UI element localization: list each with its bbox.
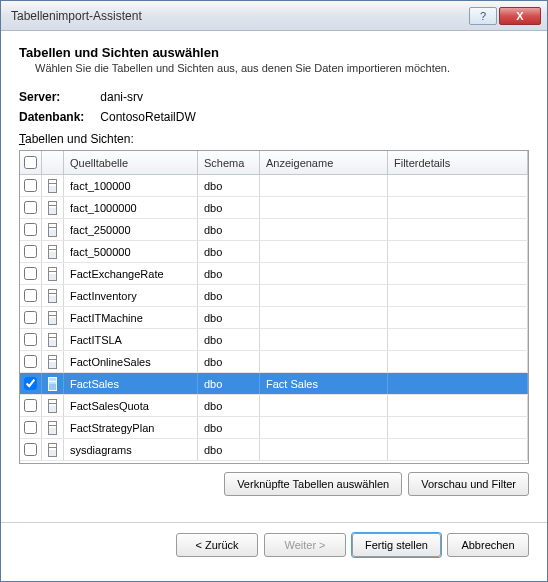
table-row[interactable]: FactSalesQuotadbo [20, 395, 528, 417]
row-filter [388, 439, 528, 460]
row-friendly [260, 175, 388, 196]
row-checkbox-cell [20, 417, 42, 438]
grid-header: Quelltabelle Schema Anzeigename Filterde… [20, 151, 528, 175]
row-schema: dbo [198, 417, 260, 438]
row-filter [388, 307, 528, 328]
row-source: sysdiagrams [64, 439, 198, 460]
row-icon-cell [42, 417, 64, 438]
table-icon [48, 399, 57, 413]
table-row[interactable]: fact_1000000dbo [20, 197, 528, 219]
row-checkbox[interactable] [24, 443, 37, 456]
row-schema: dbo [198, 197, 260, 218]
row-checkbox-cell [20, 329, 42, 350]
row-schema: dbo [198, 285, 260, 306]
header-friendly[interactable]: Anzeigename [260, 151, 388, 174]
row-schema: dbo [198, 373, 260, 394]
title-bar: Tabellenimport-Assistent ? X [1, 1, 547, 31]
header-icon-cell [42, 151, 64, 174]
row-checkbox[interactable] [24, 333, 37, 346]
table-row[interactable]: FactOnlineSalesdbo [20, 351, 528, 373]
tables-label: Tabellen und Sichten: [19, 132, 529, 146]
row-icon-cell [42, 395, 64, 416]
row-source: FactStrategyPlan [64, 417, 198, 438]
row-checkbox-cell [20, 241, 42, 262]
page-heading: Tabellen und Sichten auswählen [19, 45, 529, 60]
row-friendly [260, 219, 388, 240]
row-schema: dbo [198, 241, 260, 262]
row-checkbox-cell [20, 351, 42, 372]
table-icon [48, 443, 57, 457]
row-icon-cell [42, 373, 64, 394]
cancel-button[interactable]: Abbrechen [447, 533, 529, 557]
row-friendly [260, 439, 388, 460]
table-row[interactable]: fact_250000dbo [20, 219, 528, 241]
row-source: FactSalesQuota [64, 395, 198, 416]
row-icon-cell [42, 241, 64, 262]
row-checkbox[interactable] [24, 201, 37, 214]
grid-body[interactable]: fact_100000dbofact_1000000dbofact_250000… [20, 175, 528, 464]
row-checkbox[interactable] [24, 267, 37, 280]
header-schema[interactable]: Schema [198, 151, 260, 174]
grid-button-row: Verknüpfte Tabellen auswählen Vorschau u… [19, 472, 529, 496]
row-source: FactOnlineSales [64, 351, 198, 372]
database-value: ContosoRetailDW [100, 110, 195, 124]
table-icon [48, 267, 57, 281]
row-checkbox[interactable] [24, 399, 37, 412]
preview-filter-button[interactable]: Vorschau und Filter [408, 472, 529, 496]
row-friendly [260, 241, 388, 262]
row-checkbox[interactable] [24, 311, 37, 324]
table-icon [48, 289, 57, 303]
help-button[interactable]: ? [469, 7, 497, 25]
table-row[interactable]: fact_500000dbo [20, 241, 528, 263]
row-checkbox[interactable] [24, 245, 37, 258]
table-row[interactable]: FactInventorydbo [20, 285, 528, 307]
table-row[interactable]: FactExchangeRatedbo [20, 263, 528, 285]
row-filter [388, 417, 528, 438]
row-checkbox[interactable] [24, 289, 37, 302]
table-icon [48, 179, 57, 193]
row-checkbox-cell [20, 439, 42, 460]
table-row[interactable]: FactITSLAdbo [20, 329, 528, 351]
table-row[interactable]: sysdiagramsdbo [20, 439, 528, 461]
table-row[interactable]: fact_100000dbo [20, 175, 528, 197]
row-checkbox[interactable] [24, 179, 37, 192]
row-icon-cell [42, 175, 64, 196]
row-schema: dbo [198, 395, 260, 416]
database-label: Datenbank: [19, 110, 97, 124]
table-row[interactable]: FactITMachinedbo [20, 307, 528, 329]
row-checkbox[interactable] [24, 377, 37, 390]
row-checkbox-cell [20, 285, 42, 306]
header-source[interactable]: Quelltabelle [64, 151, 198, 174]
server-row: Server: dani-srv [19, 90, 529, 104]
close-button[interactable]: X [499, 7, 541, 25]
select-all-checkbox[interactable] [24, 156, 37, 169]
row-checkbox[interactable] [24, 355, 37, 368]
row-friendly [260, 307, 388, 328]
row-filter [388, 351, 528, 372]
row-source: fact_250000 [64, 219, 198, 240]
row-friendly [260, 285, 388, 306]
row-filter [388, 285, 528, 306]
row-icon-cell [42, 439, 64, 460]
table-icon [48, 201, 57, 215]
row-friendly [260, 329, 388, 350]
row-source: FactSales [64, 373, 198, 394]
row-schema: dbo [198, 175, 260, 196]
table-icon [48, 355, 57, 369]
select-related-button[interactable]: Verknüpfte Tabellen auswählen [224, 472, 402, 496]
row-icon-cell [42, 285, 64, 306]
wizard-button-row: < Zurück Weiter > Fertig stellen Abbrech… [1, 522, 547, 557]
row-schema: dbo [198, 307, 260, 328]
finish-button[interactable]: Fertig stellen [352, 533, 441, 557]
row-source: FactExchangeRate [64, 263, 198, 284]
database-row: Datenbank: ContosoRetailDW [19, 110, 529, 124]
row-checkbox[interactable] [24, 421, 37, 434]
row-checkbox[interactable] [24, 223, 37, 236]
row-schema: dbo [198, 219, 260, 240]
row-icon-cell [42, 263, 64, 284]
row-source: fact_500000 [64, 241, 198, 262]
header-filter[interactable]: Filterdetails [388, 151, 528, 174]
table-row[interactable]: FactStrategyPlandbo [20, 417, 528, 439]
table-row[interactable]: FactSalesdboFact Sales [20, 373, 528, 395]
back-button[interactable]: < Zurück [176, 533, 258, 557]
